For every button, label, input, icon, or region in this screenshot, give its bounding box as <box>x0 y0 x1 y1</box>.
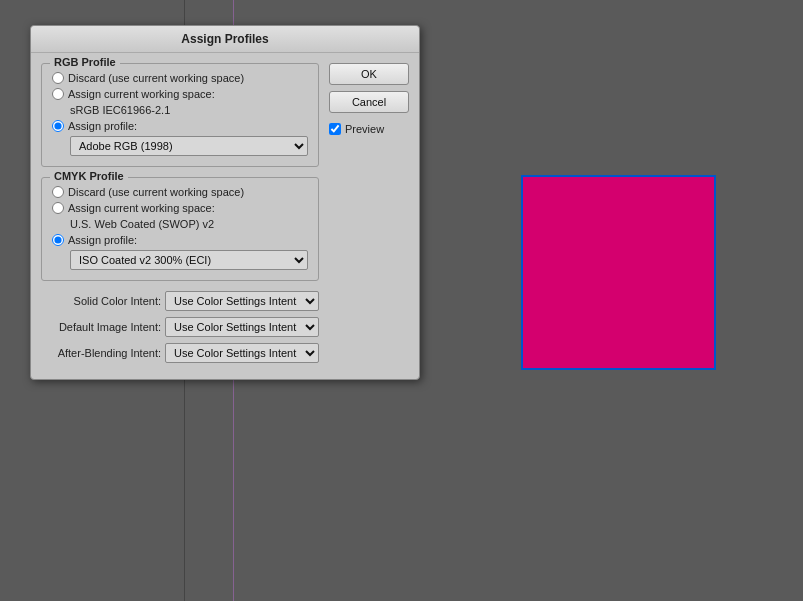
assign-profiles-dialog: Assign Profiles RGB Profile Discard (use… <box>30 25 420 380</box>
rgb-assign-profile-radio[interactable] <box>52 120 64 132</box>
solid-color-intent-row: Solid Color Intent: Use Color Settings I… <box>41 291 319 311</box>
cmyk-assign-current-radio[interactable] <box>52 202 64 214</box>
cmyk-discard-radio[interactable] <box>52 186 64 198</box>
cmyk-discard-label: Discard (use current working space) <box>68 186 244 198</box>
cmyk-current-space-value: U.S. Web Coated (SWOP) v2 <box>70 218 308 230</box>
cmyk-assign-profile-label: Assign profile: <box>68 234 137 246</box>
rgb-profile-group: RGB Profile Discard (use current working… <box>41 63 319 167</box>
rgb-assign-profile-row: Assign profile: <box>52 120 308 132</box>
cmyk-discard-row: Discard (use current working space) <box>52 186 308 198</box>
ok-button[interactable]: OK <box>329 63 409 85</box>
rgb-profile-legend: RGB Profile <box>50 56 120 68</box>
default-image-intent-label: Default Image Intent: <box>41 321 161 333</box>
rgb-assign-profile-label: Assign profile: <box>68 120 137 132</box>
rgb-current-space-value: sRGB IEC61966-2.1 <box>70 104 308 116</box>
rgb-discard-label: Discard (use current working space) <box>68 72 244 84</box>
dialog-left-panel: RGB Profile Discard (use current working… <box>41 63 319 369</box>
cmyk-assign-current-label: Assign current working space: <box>68 202 215 214</box>
rgb-profile-select[interactable]: Adobe RGB (1998) sRGB IEC61966-2.1 Color… <box>70 136 308 156</box>
rgb-assign-current-label: Assign current working space: <box>68 88 215 100</box>
after-blending-intent-select[interactable]: Use Color Settings Intent Perceptual Sat… <box>165 343 319 363</box>
solid-color-intent-label: Solid Color Intent: <box>41 295 161 307</box>
cmyk-profile-legend: CMYK Profile <box>50 170 128 182</box>
cmyk-assign-current-row: Assign current working space: <box>52 202 308 214</box>
cmyk-profile-group: CMYK Profile Discard (use current workin… <box>41 177 319 281</box>
rgb-discard-radio[interactable] <box>52 72 64 84</box>
rgb-assign-current-row: Assign current working space: <box>52 88 308 100</box>
default-image-intent-select[interactable]: Use Color Settings Intent Perceptual Sat… <box>165 317 319 337</box>
preview-row: Preview <box>329 123 409 135</box>
after-blending-intent-label: After-Blending Intent: <box>41 347 161 359</box>
dialog-right-panel: OK Cancel Preview <box>329 63 409 369</box>
cmyk-profile-select[interactable]: ISO Coated v2 300% (ECI) U.S. Web Coated… <box>70 250 308 270</box>
preview-checkbox[interactable] <box>329 123 341 135</box>
solid-color-intent-select[interactable]: Use Color Settings Intent Perceptual Sat… <box>165 291 319 311</box>
dialog-title: Assign Profiles <box>181 32 268 46</box>
default-image-intent-row: Default Image Intent: Use Color Settings… <box>41 317 319 337</box>
after-blending-intent-row: After-Blending Intent: Use Color Setting… <box>41 343 319 363</box>
cmyk-assign-profile-radio[interactable] <box>52 234 64 246</box>
cmyk-assign-profile-row: Assign profile: <box>52 234 308 246</box>
canvas-color-rectangle <box>521 175 716 370</box>
rgb-assign-current-radio[interactable] <box>52 88 64 100</box>
intents-section: Solid Color Intent: Use Color Settings I… <box>41 291 319 363</box>
cancel-button[interactable]: Cancel <box>329 91 409 113</box>
dialog-titlebar: Assign Profiles <box>31 26 419 53</box>
preview-label: Preview <box>345 123 384 135</box>
rgb-discard-row: Discard (use current working space) <box>52 72 308 84</box>
